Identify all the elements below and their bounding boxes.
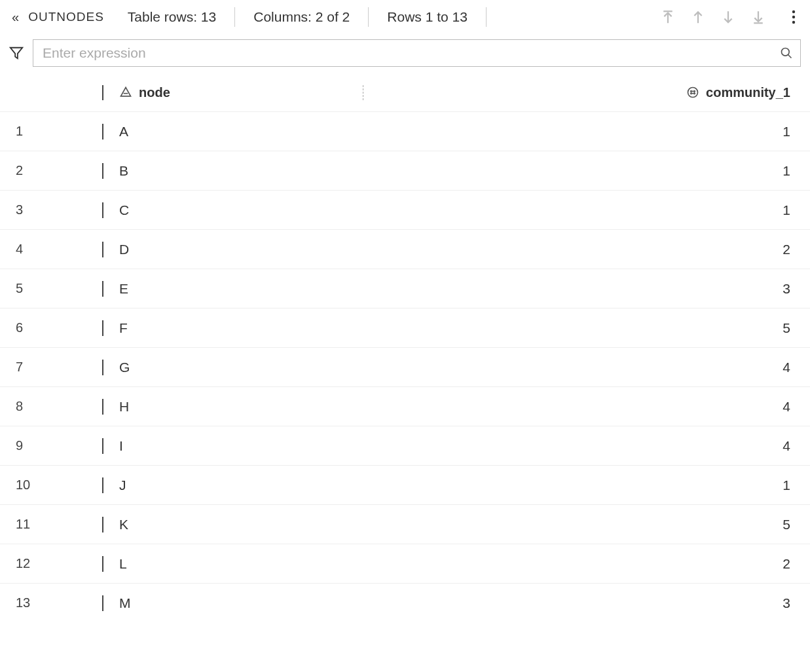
cell-node: D — [102, 242, 363, 257]
cell-community: 4 — [363, 360, 810, 375]
rows-range-info: Rows 1 to 13 — [374, 9, 481, 25]
svg-point-8 — [792, 21, 795, 24]
cell-community: 3 — [363, 281, 810, 297]
row-number: 7 — [0, 360, 102, 375]
cell-node: E — [102, 281, 363, 297]
go-last-icon[interactable] — [752, 10, 764, 24]
table-row[interactable]: 11K5 — [0, 504, 810, 544]
svg-marker-12 — [121, 88, 131, 96]
table-row[interactable]: 5E3 — [0, 269, 810, 308]
cell-node: K — [102, 517, 363, 532]
svg-point-7 — [792, 16, 795, 18]
row-number: 2 — [0, 163, 102, 178]
svg-marker-9 — [10, 48, 22, 59]
table-row[interactable]: 4D2 — [0, 229, 810, 269]
divider — [486, 7, 487, 27]
svg-point-14 — [688, 88, 698, 98]
row-number: 3 — [0, 202, 102, 217]
cell-community: 5 — [363, 320, 810, 336]
cell-community: 1 — [363, 202, 810, 218]
table-row[interactable]: 13M3 — [0, 583, 810, 622]
cell-community: 5 — [363, 517, 810, 532]
cell-node: A — [102, 124, 363, 140]
table-row[interactable]: 8H4 — [0, 386, 810, 426]
divider — [368, 7, 369, 27]
cell-community: 1 — [363, 163, 810, 179]
cell-community: 1 — [363, 477, 810, 493]
filter-row — [0, 34, 810, 73]
column-header-community-label: community_1 — [706, 85, 790, 100]
table-row[interactable]: 6F5 — [0, 308, 810, 347]
cell-community: 2 — [363, 242, 810, 257]
cell-node: B — [102, 163, 363, 179]
column-header-community[interactable]: community_1 — [363, 85, 810, 100]
cell-node: L — [102, 556, 363, 572]
table-row[interactable]: 10J1 — [0, 465, 810, 504]
cell-node: C — [102, 202, 363, 218]
row-number: 8 — [0, 399, 102, 414]
svg-line-11 — [788, 55, 792, 58]
table-row[interactable]: 2B1 — [0, 151, 810, 190]
svg-point-10 — [782, 48, 790, 56]
row-number: 5 — [0, 281, 102, 296]
cell-node: F — [102, 320, 363, 336]
row-number: 9 — [0, 438, 102, 453]
cell-node: M — [102, 595, 363, 611]
row-number: 11 — [0, 517, 102, 532]
row-number: 10 — [0, 477, 102, 493]
table-row[interactable]: 1A1 — [0, 111, 810, 151]
row-number: 13 — [0, 595, 102, 610]
toolbar: « OUTNODES Table rows: 13 Columns: 2 of … — [0, 0, 810, 34]
go-prev-icon[interactable] — [692, 10, 704, 24]
cell-community: 4 — [363, 438, 810, 454]
cell-community: 2 — [363, 556, 810, 572]
table-header-row: node community_1 — [0, 73, 810, 111]
row-number: 1 — [0, 124, 102, 139]
table-row[interactable]: 12L2 — [0, 544, 810, 583]
numeric-type-icon — [686, 86, 699, 99]
table-row[interactable]: 9I4 — [0, 426, 810, 465]
table-name: OUTNODES — [27, 10, 109, 24]
cell-node: G — [102, 360, 363, 375]
back-button[interactable]: « — [9, 10, 22, 25]
cell-community: 4 — [363, 399, 810, 415]
nav-icons — [649, 9, 801, 25]
row-number: 6 — [0, 320, 102, 335]
cell-node: H — [102, 399, 363, 415]
text-type-icon — [119, 86, 132, 99]
divider — [234, 7, 235, 27]
svg-point-6 — [792, 10, 795, 13]
search-wrap — [33, 39, 801, 67]
go-next-icon[interactable] — [722, 10, 734, 24]
row-number: 4 — [0, 242, 102, 257]
table-rows-info: Table rows: 13 — [115, 9, 229, 25]
row-number: 12 — [0, 556, 102, 571]
column-header-node-label: node — [139, 85, 170, 100]
columns-info: Columns: 2 of 2 — [240, 9, 363, 25]
cell-node: I — [102, 438, 363, 454]
cell-community: 1 — [363, 124, 810, 140]
column-header-node[interactable]: node — [102, 85, 363, 100]
filter-icon[interactable] — [9, 46, 24, 60]
cell-community: 3 — [363, 595, 810, 611]
go-first-icon[interactable] — [662, 10, 674, 24]
expression-input[interactable] — [33, 39, 801, 67]
table-row[interactable]: 7G4 — [0, 347, 810, 386]
cell-node: J — [102, 477, 363, 493]
more-menu-icon[interactable] — [792, 9, 796, 25]
data-table: node community_1 1A12B13C14D25E36F57G48H… — [0, 73, 810, 622]
table-body: 1A12B13C14D25E36F57G48H49I410J111K512L21… — [0, 111, 810, 622]
search-icon[interactable] — [780, 47, 793, 60]
table-row[interactable]: 3C1 — [0, 190, 810, 229]
